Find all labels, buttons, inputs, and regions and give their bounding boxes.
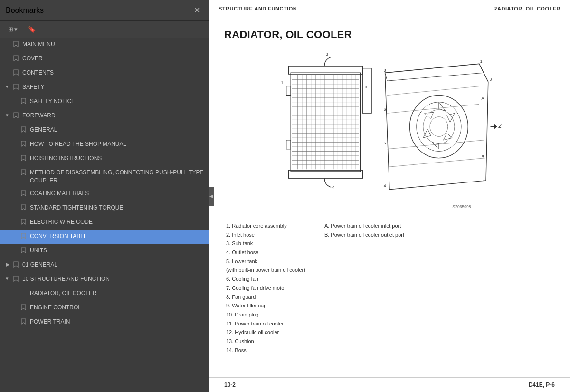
bookmark-icon	[13, 276, 19, 284]
bookmark-label: RADIATOR, OIL COOLER	[30, 289, 205, 297]
bookmark-label: FOREWARD	[22, 112, 205, 120]
bookmark-label: METHOD OF DISASSEMBLING, CONNECTING PUSH…	[30, 169, 205, 185]
bookmark-item-method-disassembling[interactable]: METHOD OF DISASSEMBLING, CONNECTING PUSH…	[0, 166, 209, 187]
parts-item: 4. Outlet hose	[226, 248, 305, 257]
bookmark-item-standard-torque[interactable]: STANDARD TIGHTENING TORQUE	[0, 201, 209, 216]
bookmark-label: HOISTING INSTRUCTIONS	[30, 154, 205, 163]
bookmark-label: 01 GENERAL	[22, 261, 205, 269]
expand-spacer	[13, 218, 19, 225]
bookmark-item-safety[interactable]: ▾SAFETY	[0, 81, 209, 95]
expand-icon: ▾	[6, 275, 11, 282]
expand-spacer	[13, 247, 19, 254]
svg-text:A: A	[482, 96, 484, 101]
bookmark-label: GENERAL	[30, 126, 205, 134]
bookmark-item-safety-notice[interactable]: SAFETY NOTICE	[0, 95, 209, 109]
bookmark-item-hoisting[interactable]: HOISTING INSTRUCTIONS	[0, 152, 209, 166]
bookmark-item-electric-wire[interactable]: ELECTRIC WIRE CODE	[0, 216, 209, 230]
svg-text:5: 5	[384, 141, 386, 145]
footer-model: D41E, P-6	[529, 382, 555, 388]
bookmark-label: ELECTRIC WIRE CODE	[30, 218, 205, 226]
parts-list-right: A. Power train oil cooler inlet portB. P…	[324, 221, 404, 354]
bookmark-icon	[21, 219, 26, 227]
bookmark-item-cover[interactable]: COVER	[0, 52, 209, 67]
parts-item: 12. Hydraulic oil cooler	[226, 328, 305, 337]
expand-spacer	[13, 304, 19, 311]
expand-spacer	[13, 126, 19, 133]
parts-item: 6. Cooling fan	[226, 275, 305, 284]
list-icon: ⊞	[8, 26, 13, 33]
bookmark-label: STANDARD TIGHTENING TORQUE	[30, 204, 205, 212]
bookmark-item-how-to-read[interactable]: HOW TO READ THE SHOP MANUAL	[0, 138, 209, 152]
parts-item: 10. Drain plug	[226, 310, 305, 319]
expand-icon: ▾	[6, 83, 11, 90]
bookmark-nav-button[interactable]: 🔖	[25, 24, 39, 35]
bookmarks-title: Bookmarks	[6, 6, 44, 15]
bookmark-label: HOW TO READ THE SHOP MANUAL	[30, 140, 205, 148]
doc-header: STRUCTURE AND FUNCTION RADIATOR, OIL COO…	[209, 0, 570, 17]
expand-spacer	[13, 97, 19, 105]
bookmark-label: UNITS	[30, 247, 205, 255]
bookmark-icon	[21, 318, 26, 327]
bookmark-label: CONVERSION TABLE	[30, 232, 205, 240]
bookmark-item-01-general[interactable]: ▶01 GENERAL	[0, 258, 209, 273]
bookmark-label: COVER	[22, 55, 205, 63]
doc-content[interactable]: RADIATOR, OIL COOLER	[209, 17, 570, 377]
bookmark-item-engine-control[interactable]: ENGINE CONTROL	[0, 301, 209, 316]
bookmark-icon	[21, 141, 26, 149]
bookmark-icon	[21, 204, 26, 213]
bookmark-item-general[interactable]: GENERAL	[0, 124, 209, 138]
svg-text:SZ065098: SZ065098	[452, 204, 471, 209]
expand-spacer	[6, 55, 11, 62]
bookmark-item-foreward[interactable]: ▾FOREWARD	[0, 109, 209, 124]
bookmark-item-main-menu[interactable]: MAIN MENU	[0, 38, 209, 52]
bookmarks-header: Bookmarks ✕	[0, 0, 209, 21]
close-button[interactable]: ✕	[191, 5, 203, 16]
expand-spacer	[13, 232, 19, 239]
doc-header-left: STRUCTURE AND FUNCTION	[218, 6, 297, 11]
list-view-button[interactable]: ⊞ ▾	[5, 24, 21, 35]
parts-item: (with built-in power train oil cooler)	[226, 266, 305, 275]
bookmark-label: MAIN MENU	[22, 40, 205, 48]
bookmark-item-contents[interactable]: CONTENTS	[0, 67, 209, 81]
parts-item: 11. Power train oil cooler	[226, 319, 305, 328]
bookmark-item-10-structure[interactable]: ▾10 STRUCTURE AND FUNCTION	[0, 273, 209, 287]
collapse-handle[interactable]: ◀	[209, 187, 214, 206]
parts-item: 2. Inlet hose	[226, 230, 305, 239]
bookmark-item-coating[interactable]: COATING MATERIALS	[0, 187, 209, 201]
bookmark-item-conversion-table[interactable]: CONVERSION TABLE	[0, 230, 209, 244]
svg-text:4: 4	[384, 183, 386, 188]
bookmark-icon	[21, 126, 26, 135]
bookmark-icon	[21, 169, 26, 178]
parts-item: 7. Cooling fan drive motor	[226, 284, 305, 293]
bookmark-item-radiator-oil-cooler[interactable]: RADIATOR, OIL COOLER	[0, 287, 209, 301]
parts-item: A. Power train oil cooler inlet port	[324, 221, 404, 230]
bookmark-icon	[21, 233, 26, 241]
expand-spacer	[13, 318, 19, 325]
bookmark-item-units[interactable]: UNITS	[0, 244, 209, 258]
parts-item: B. Power train oil cooler outlet port	[324, 230, 404, 239]
bookmark-label: CONTENTS	[22, 69, 205, 77]
bookmark-icon	[21, 304, 26, 313]
expand-icon: ▶	[6, 261, 11, 268]
bookmark-icon	[13, 112, 19, 121]
expand-spacer	[6, 40, 11, 48]
svg-text:8: 8	[384, 68, 386, 73]
bookmark-icon	[13, 261, 19, 270]
bookmark-label: SAFETY	[22, 83, 205, 91]
parts-item: 8. Fan guard	[226, 293, 305, 302]
expand-spacer	[13, 154, 19, 162]
document-panel: STRUCTURE AND FUNCTION RADIATOR, OIL COO…	[209, 0, 570, 392]
parts-item: 1. Radiator core assembly	[226, 221, 305, 230]
parts-item: 9. Water filler cap	[226, 301, 305, 310]
bookmarks-list[interactable]: MAIN MENU COVER CONTENTS▾SAFETY SAFETY N…	[0, 38, 209, 392]
parts-item: 13. Cushion	[226, 337, 305, 346]
expand-spacer	[6, 69, 11, 76]
diagram-svg: 3 4 1 3	[271, 50, 508, 212]
bookmark-icon	[13, 55, 19, 64]
diagram-area: 3 4 1 3	[224, 50, 555, 212]
bookmark-icon: 🔖	[28, 26, 36, 33]
bookmark-label: COATING MATERIALS	[30, 190, 205, 198]
doc-header-right: RADIATOR, OIL COOLER	[494, 6, 560, 11]
bookmark-icon	[13, 84, 19, 92]
bookmark-item-power-train[interactable]: POWER TRAIN	[0, 316, 209, 330]
